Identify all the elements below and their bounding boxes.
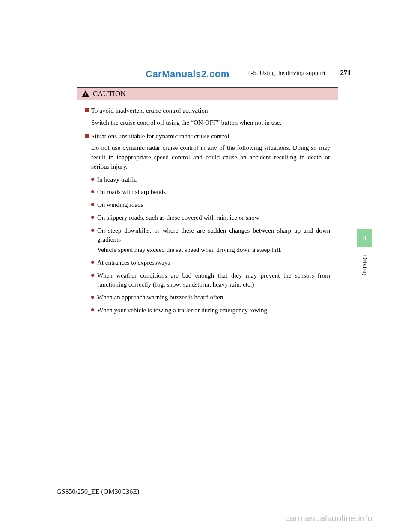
page-number: 271: [340, 69, 351, 77]
bullet-item: On slippery roads, such as those covered…: [85, 213, 330, 223]
bullet-text: When your vehicle is towing a trailer or…: [97, 307, 267, 314]
caution-title: CAUTION: [93, 90, 126, 98]
bullet-item: At entrances to expressways: [85, 258, 330, 268]
heading-text: To avoid inadvertent cruise control acti…: [91, 106, 330, 116]
chapter-number: 4: [363, 234, 366, 242]
round-bullet-icon: [91, 216, 94, 219]
square-bullet-icon: [85, 108, 89, 112]
page-content: CarManuals2.com 4-5. Using the driving s…: [60, 69, 351, 324]
warning-triangle-icon: !: [82, 90, 89, 97]
bullet-item: In heavy traffic: [85, 175, 330, 185]
round-bullet-icon: [91, 261, 94, 264]
round-bullet-icon: [91, 203, 94, 206]
caution-paragraph: Do not use dynamic radar cruise control …: [85, 143, 330, 171]
caution-box: ! CAUTION To avoid inadvertent cruise co…: [77, 87, 338, 324]
bullet-text: On roads with sharp bends: [97, 188, 166, 195]
page-header: CarManuals2.com 4-5. Using the driving s…: [60, 69, 351, 81]
footer-site-watermark: carmanualsonline.info: [285, 513, 372, 523]
caution-body: To avoid inadvertent cruise control acti…: [77, 100, 338, 324]
svg-text:!: !: [85, 92, 86, 97]
bullet-item: On winding roads: [85, 200, 330, 210]
caution-paragraph: Switch the cruise control off using the …: [85, 118, 330, 128]
round-bullet-icon: [91, 308, 94, 311]
bullet-text: When an approach warning buzzer is heard…: [97, 294, 223, 301]
bullet-item: When an approach warning buzzer is heard…: [85, 293, 330, 302]
caution-header: ! CAUTION: [77, 88, 338, 100]
bullet-text: On winding roads: [97, 201, 143, 208]
bullet-item: On steep downhills, or where there are s…: [85, 226, 330, 255]
round-bullet-icon: [91, 190, 94, 193]
chapter-label: Driving: [361, 255, 369, 275]
watermark-text: CarManuals2.com: [146, 69, 229, 80]
bullet-item: When weather conditions are bad enough t…: [85, 271, 330, 290]
section-title: 4-5. Using the driving support: [248, 69, 325, 77]
heading-text: Situations unsuitable for dynamic radar …: [91, 132, 330, 141]
bullet-subtext: Vehicle speed may exceed the set speed w…: [97, 245, 330, 255]
chapter-tab: 4: [357, 229, 372, 247]
bullet-item: When your vehicle is towing a trailer or…: [85, 306, 330, 315]
bullet-text: In heavy traffic: [97, 176, 137, 183]
round-bullet-icon: [91, 178, 94, 181]
square-bullet-icon: [85, 134, 89, 138]
bullet-text: At entrances to expressways: [97, 259, 170, 266]
bullet-text: When weather conditions are bad enough t…: [97, 272, 330, 288]
round-bullet-icon: [91, 229, 94, 232]
bullet-item: On roads with sharp bends: [85, 188, 330, 197]
footer-doc-code: GS350/250_EE (OM30C36E): [57, 488, 139, 496]
bullet-text: On steep downhills, or where there are s…: [97, 227, 330, 243]
round-bullet-icon: [91, 274, 94, 277]
round-bullet-icon: [91, 296, 94, 299]
caution-heading: To avoid inadvertent cruise control acti…: [85, 106, 330, 116]
bullet-text: On slippery roads, such as those covered…: [97, 214, 259, 221]
caution-heading: Situations unsuitable for dynamic radar …: [85, 132, 330, 141]
